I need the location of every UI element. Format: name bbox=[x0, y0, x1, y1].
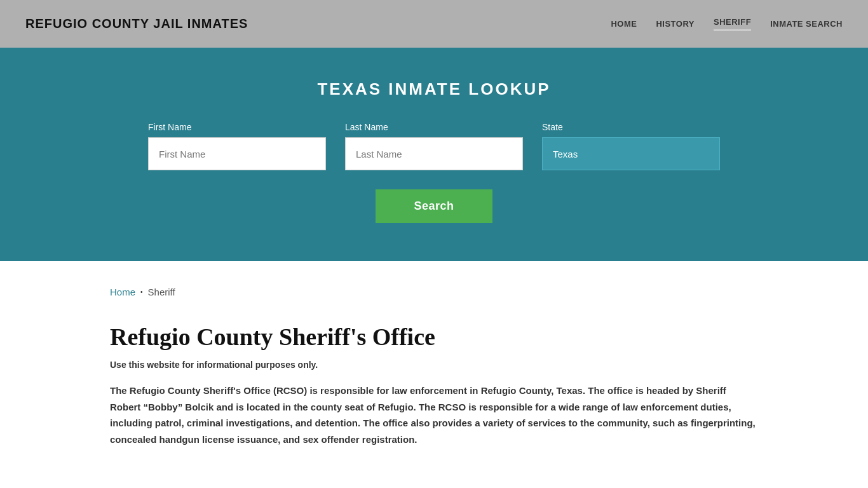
first-name-label: First Name bbox=[148, 122, 326, 132]
last-name-group: Last Name bbox=[345, 122, 523, 170]
search-panel-title: Texas Inmate Lookup bbox=[25, 79, 843, 99]
nav-history[interactable]: History bbox=[656, 19, 695, 29]
state-group: State bbox=[542, 122, 720, 170]
nav-sheriff[interactable]: Sheriff bbox=[714, 17, 751, 31]
last-name-input[interactable] bbox=[345, 137, 523, 170]
breadcrumb-current: Sheriff bbox=[148, 287, 175, 297]
state-input[interactable] bbox=[542, 137, 720, 170]
nav-home[interactable]: Home bbox=[611, 19, 637, 29]
search-btn-wrap: Search bbox=[25, 189, 843, 223]
main-content: Home • Sheriff Refugio County Sheriff's … bbox=[85, 261, 783, 485]
state-label: State bbox=[542, 122, 720, 132]
main-nav: Home History Sheriff Inmate Search bbox=[611, 17, 843, 31]
first-name-input[interactable] bbox=[148, 137, 326, 170]
site-header: Refugio County Jail Inmates Home History… bbox=[0, 0, 868, 48]
first-name-group: First Name bbox=[148, 122, 326, 170]
breadcrumb-separator: • bbox=[140, 288, 143, 295]
search-fields: First Name Last Name State bbox=[85, 122, 783, 170]
search-button[interactable]: Search bbox=[376, 189, 492, 223]
nav-inmate-search[interactable]: Inmate Search bbox=[770, 19, 843, 29]
last-name-label: Last Name bbox=[345, 122, 523, 132]
site-title: Refugio County Jail Inmates bbox=[25, 17, 248, 31]
disclaimer-text: Use this website for informational purpo… bbox=[110, 360, 758, 370]
page-heading: Refugio County Sheriff's Office bbox=[110, 323, 758, 351]
breadcrumb-home[interactable]: Home bbox=[110, 287, 135, 297]
description-text: The Refugio County Sheriff's Office (RCS… bbox=[110, 383, 758, 447]
search-panel: Texas Inmate Lookup First Name Last Name… bbox=[0, 48, 868, 261]
breadcrumb: Home • Sheriff bbox=[110, 287, 758, 297]
